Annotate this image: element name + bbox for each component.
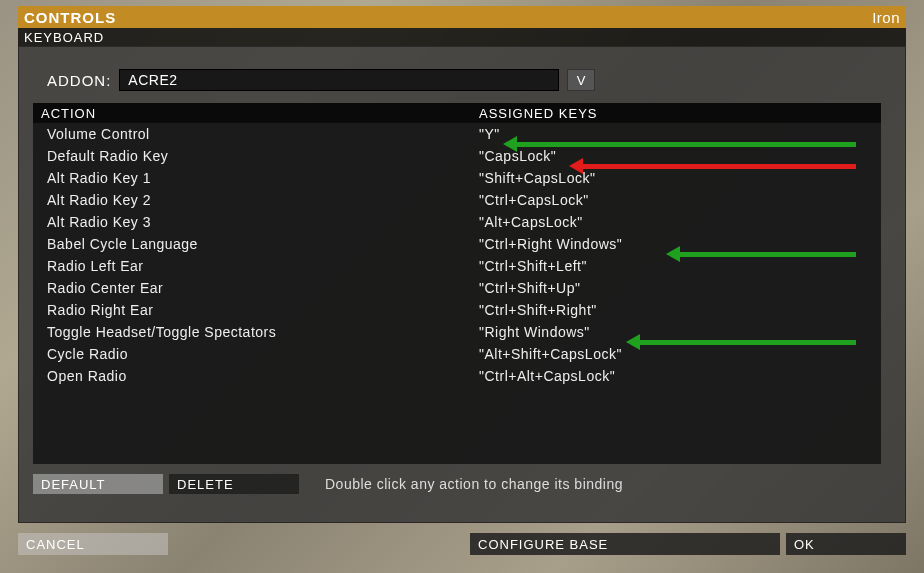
- section-label: KEYBOARD: [18, 28, 906, 46]
- default-button-label: DEFAULT: [41, 477, 106, 492]
- binding-action: Toggle Headset/Toggle Spectators: [33, 324, 477, 340]
- binding-keys: "Right Windows": [477, 324, 881, 340]
- binding-keys: "Ctrl+Shift+Right": [477, 302, 881, 318]
- binding-row[interactable]: Cycle Radio"Alt+Shift+CapsLock": [33, 343, 881, 365]
- addon-row: ADDON: ACRE2 V: [47, 69, 595, 91]
- section-text: KEYBOARD: [24, 30, 104, 45]
- bindings-list: ACTION ASSIGNED KEYS Volume Control"Y"De…: [33, 103, 881, 464]
- addon-label: ADDON:: [47, 72, 111, 89]
- title-bar: CONTROLS Iron: [18, 6, 906, 28]
- binding-action: Cycle Radio: [33, 346, 477, 362]
- list-buttons: DEFAULT DELETE Double click any action t…: [33, 474, 881, 494]
- ok-button-label: OK: [794, 537, 815, 552]
- binding-action: Radio Center Ear: [33, 280, 477, 296]
- hint-text: Double click any action to change its bi…: [325, 476, 623, 492]
- binding-row[interactable]: Radio Center Ear"Ctrl+Shift+Up": [33, 277, 881, 299]
- binding-keys: "CapsLock": [477, 148, 881, 164]
- binding-keys: "Ctrl+CapsLock": [477, 192, 881, 208]
- binding-keys: "Ctrl+Shift+Up": [477, 280, 881, 296]
- binding-action: Open Radio: [33, 368, 477, 384]
- binding-row[interactable]: Alt Radio Key 3"Alt+CapsLock": [33, 211, 881, 233]
- binding-action: Radio Right Ear: [33, 302, 477, 318]
- ok-button[interactable]: OK: [786, 533, 906, 555]
- binding-row[interactable]: Volume Control"Y": [33, 123, 881, 145]
- cancel-button[interactable]: CANCEL: [18, 533, 168, 555]
- cancel-button-label: CANCEL: [26, 537, 85, 552]
- binding-keys: "Alt+CapsLock": [477, 214, 881, 230]
- header-action: ACTION: [33, 106, 477, 121]
- binding-action: Volume Control: [33, 126, 477, 142]
- binding-keys: "Ctrl+Right Windows": [477, 236, 881, 252]
- binding-action: Radio Left Ear: [33, 258, 477, 274]
- binding-action: Babel Cycle Language: [33, 236, 477, 252]
- chevron-down-icon: V: [577, 73, 586, 88]
- delete-button[interactable]: DELETE: [169, 474, 299, 494]
- binding-keys: "Ctrl+Alt+CapsLock": [477, 368, 881, 384]
- binding-row[interactable]: Babel Cycle Language"Ctrl+Right Windows": [33, 233, 881, 255]
- configure-base-button[interactable]: CONFIGURE BASE: [470, 533, 780, 555]
- addon-select[interactable]: ACRE2: [119, 69, 559, 91]
- binding-keys: "Shift+CapsLock": [477, 170, 881, 186]
- delete-button-label: DELETE: [177, 477, 234, 492]
- default-button[interactable]: DEFAULT: [33, 474, 163, 494]
- binding-row[interactable]: Default Radio Key"CapsLock": [33, 145, 881, 167]
- binding-row[interactable]: Radio Right Ear"Ctrl+Shift+Right": [33, 299, 881, 321]
- addon-dropdown-button[interactable]: V: [567, 69, 595, 91]
- profile-name: Iron: [872, 9, 906, 26]
- binding-row[interactable]: Alt Radio Key 2"Ctrl+CapsLock": [33, 189, 881, 211]
- list-body: Volume Control"Y"Default Radio Key"CapsL…: [33, 123, 881, 387]
- binding-action: Alt Radio Key 3: [33, 214, 477, 230]
- binding-row[interactable]: Radio Left Ear"Ctrl+Shift+Left": [33, 255, 881, 277]
- header-keys: ASSIGNED KEYS: [477, 106, 881, 121]
- controls-panel: ADDON: ACRE2 V ACTION ASSIGNED KEYS Volu…: [18, 46, 906, 523]
- configure-base-label: CONFIGURE BASE: [478, 537, 608, 552]
- binding-row[interactable]: Alt Radio Key 1"Shift+CapsLock": [33, 167, 881, 189]
- binding-action: Alt Radio Key 1: [33, 170, 477, 186]
- addon-value: ACRE2: [128, 72, 177, 88]
- binding-action: Default Radio Key: [33, 148, 477, 164]
- binding-keys: "Alt+Shift+CapsLock": [477, 346, 881, 362]
- binding-keys: "Y": [477, 126, 881, 142]
- window-title: CONTROLS: [18, 9, 116, 26]
- binding-action: Alt Radio Key 2: [33, 192, 477, 208]
- list-header: ACTION ASSIGNED KEYS: [33, 103, 881, 123]
- footer: CANCEL CONFIGURE BASE OK: [18, 533, 906, 555]
- footer-spacer: [174, 533, 464, 555]
- binding-row[interactable]: Toggle Headset/Toggle Spectators"Right W…: [33, 321, 881, 343]
- binding-row[interactable]: Open Radio"Ctrl+Alt+CapsLock": [33, 365, 881, 387]
- binding-keys: "Ctrl+Shift+Left": [477, 258, 881, 274]
